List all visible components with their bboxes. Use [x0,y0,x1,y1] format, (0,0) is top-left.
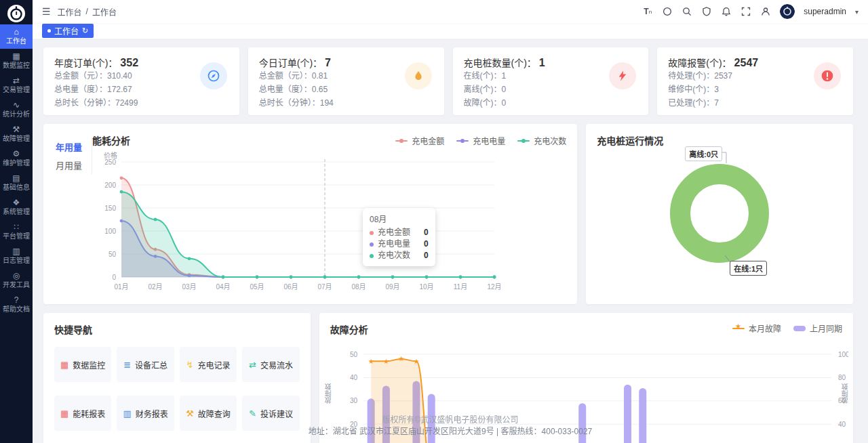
sidebar-item-label: 故障管理 [3,135,30,142]
monitor-grid-icon: ▦ [60,360,68,370]
sidebar-item-maintenance[interactable]: ⚙维护管理 [0,146,33,171]
stat-subline: 故障(个)：0 [464,97,638,110]
quick-nav-item-2[interactable]: ↯充电记录 [180,347,237,382]
avatar[interactable] [780,4,795,19]
device-list-icon: ≣ [123,360,131,370]
stat-value: 352 [120,57,138,68]
svg-text:01月: 01月 [114,283,128,291]
quick-nav-item-0[interactable]: ▦数据监控 [54,347,111,382]
sidebar-item-fault[interactable]: ⚒故障管理 [0,122,33,146]
app-logo[interactable] [7,4,26,23]
top-header: ☰ 工作台 / 工作台 Tn superadmin ▾ [33,0,868,23]
legend-item[interactable]: 充电次数 [517,135,566,146]
energy-tab-month[interactable]: 月用量 [53,156,85,174]
sidebar-item-label: 开发工具 [3,281,30,289]
sidebar-item-basic-info[interactable]: ▤基础信息 [0,171,33,195]
quick-nav-item-3[interactable]: ⇄交易流水 [242,347,299,382]
transaction-icon: ⇄ [13,77,20,85]
stat-subline: 离线(个)：0 [464,83,638,96]
search-icon[interactable] [682,6,692,17]
svg-text:02月: 02月 [148,283,162,291]
svg-text:06月: 06月 [283,283,298,291]
bolt-icon [609,62,636,89]
sidebar-item-label: 工作台 [6,37,26,45]
system-icon: ❖ [13,198,20,207]
tooltip-row: 充电电量0 [370,238,429,250]
online-label: 在线:1只 [730,261,767,276]
breadcrumb-item-current: 工作台 [92,6,117,18]
notification-icon[interactable] [721,6,732,17]
sidebar-item-platform[interactable]: ∷平台管理 [0,219,33,244]
font-size-icon[interactable]: Tn [642,6,653,17]
legend-item[interactable]: 充电电量 [456,135,505,146]
sidebar-item-label: 系统管理 [3,208,30,215]
tab-active-dot [47,29,51,33]
wrench-icon: ⚒ [13,125,20,133]
sidebar-item-data-monitor[interactable]: ▦数据监控 [0,49,33,73]
profile-icon[interactable] [760,6,771,17]
sidebar-item-label: 统计分析 [3,110,30,118]
energy-tab-year[interactable]: 年用量 [53,138,85,156]
svg-text:12月: 12月 [487,283,501,291]
stat-title: 今日订单(个)：7 [259,56,433,69]
svg-text:★: ★ [383,358,389,365]
pile-donut-chart[interactable] [586,143,852,287]
address-line: 地址：湖北省 武汉市江夏区庙山开发区阳光大道9号 | 客服热线：400-033-… [33,426,868,438]
tab-workbench[interactable]: 工作台 ↻ [42,24,94,38]
breadcrumb-separator: / [86,7,88,16]
monitor-icon: ▦ [12,52,20,60]
stat-value: 2547 [734,57,759,68]
stat-card-1: 今日订单(个)：7总金额（元）：0.81总电量（度）：0.65总时长（分钟）：1… [248,47,444,115]
sidebar-item-system[interactable]: ❖系统管理 [0,195,33,219]
breadcrumb: 工作台 / 工作台 [58,6,117,18]
tab-bar: 工作台 ↻ [33,23,868,39]
sidebar-item-statistics[interactable]: ∿统计分析 [0,98,33,122]
sidebar-item-workbench[interactable]: ⌂工作台 [0,24,33,49]
sidebar-item-label: 帮助文档 [3,305,30,313]
energy-legend: 充电金额充电电量充电次数 [395,135,566,146]
svg-text:08月: 08月 [351,283,366,291]
sidebar: ⌂工作台▦数据监控⇄交易管理∿统计分析⚒故障管理⚙维护管理▤基础信息❖系统管理∷… [0,0,33,443]
page-footer: 版权所有©武汉盛帆电子股份有限公司 地址：湖北省 武汉市江夏区庙山开发区阳光大道… [33,415,868,438]
refresh-icon[interactable]: ↻ [82,26,88,35]
fullscreen-icon[interactable] [741,6,751,17]
svg-text:★: ★ [398,355,404,362]
stat-subline: 总电量（度）：172.67 [54,83,229,96]
tab-label: 工作台 [54,25,79,37]
stat-subline: 维修中(个)：3 [668,83,842,96]
workbench-icon: ⌂ [14,28,18,36]
droplet-icon [405,62,432,89]
theme-icon[interactable] [701,6,712,17]
sidebar-item-label: 基础信息 [3,184,30,191]
platform-icon: ∷ [14,223,19,231]
sidebar-item-logs[interactable]: ▥日志管理 [0,244,33,268]
svg-text:100: 100 [104,228,116,235]
sidebar-item-devtools[interactable]: ◎开发工具 [0,268,33,293]
menu-toggle-icon[interactable]: ☰ [42,6,51,17]
compass-icon [200,62,227,89]
breadcrumb-item-root[interactable]: 工作台 [58,6,82,18]
tooltip-row: 充电次数0 [370,250,429,261]
sidebar-item-label: 交易管理 [3,86,30,93]
username[interactable]: superadmin [804,7,846,16]
sidebar-item-help[interactable]: ?帮助文档 [0,293,33,317]
svg-text:价格: 价格 [104,151,117,159]
caret-down-icon[interactable]: ▾ [855,8,859,16]
tooltip-title: 08月 [370,213,429,224]
devtools-icon: ◎ [13,272,20,280]
svg-text:10月: 10月 [419,283,433,291]
svg-text:11月: 11月 [454,283,467,291]
energy-line-chart[interactable]: 050100150200250价格01月02月03月04月05月06月07月08… [91,151,525,293]
stat-value: 1 [539,57,545,68]
svg-text:150: 150 [104,205,116,212]
quick-nav-title: 快捷导航 [54,322,300,336]
sidebar-item-transaction[interactable]: ⇄交易管理 [0,73,33,98]
legend-item[interactable]: 充电金额 [395,135,444,146]
svg-text:★: ★ [413,358,419,365]
energy-card-title: 能耗分析 [92,133,130,147]
energy-analysis-card: 年用量月用量 能耗分析 充电金额充电电量充电次数 050100150200250… [43,124,577,304]
quick-nav-item-1[interactable]: ≣设备汇总 [117,347,174,382]
tooltip-row: 充电金额0 [370,227,429,238]
stat-subline: 总时长（分钟）：194 [259,97,433,110]
record-icon[interactable] [662,6,673,17]
